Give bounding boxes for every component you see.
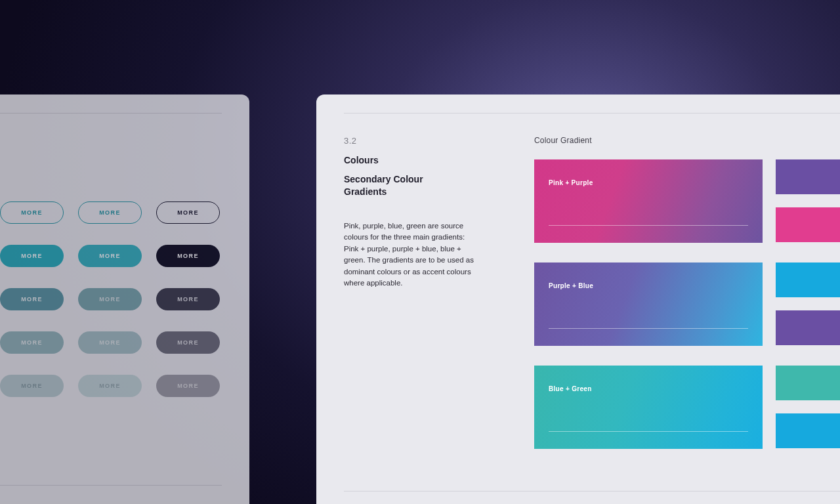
style-guide-page-left: MORE MORE MORE MORE MORE MORE MORE MORE … (0, 94, 249, 504)
more-button[interactable]: MORE (78, 331, 142, 354)
more-button[interactable]: MORE (78, 375, 142, 397)
swatch-divider (549, 431, 748, 432)
style-guide-page-right: 3.2 Colours Secondary Colour Gradients P… (316, 94, 840, 504)
more-button[interactable]: MORE (156, 201, 220, 224)
colour-chip-blue (776, 413, 840, 448)
gradient-name: Blue + Green (549, 385, 748, 392)
colour-chip-purple (776, 159, 840, 194)
gradient-name: Purple + Blue (549, 282, 748, 289)
gradient-name: Pink + Purple (549, 179, 748, 186)
more-button[interactable]: MORE (78, 201, 142, 224)
swatch-divider (549, 225, 748, 226)
more-button[interactable]: MORE (78, 288, 142, 310)
colour-chip-blue (776, 262, 840, 297)
gradient-swatch-blue-green: Blue + Green (534, 366, 763, 449)
page-meta: 3.2 Colours Secondary Colour Gradients P… (344, 136, 534, 469)
divider (0, 113, 222, 114)
page-title: Secondary Colour Gradients (344, 173, 462, 198)
more-button[interactable]: MORE (156, 245, 220, 267)
more-button[interactable]: MORE (0, 288, 64, 310)
more-button[interactable]: MORE (156, 375, 220, 397)
section-label: Colours (344, 155, 514, 165)
gradient-row: Purple + Blue (534, 262, 840, 346)
gradient-swatch-pink-purple: Pink + Purple (534, 159, 763, 243)
more-button[interactable]: MORE (156, 331, 220, 354)
gradient-gallery: Colour Gradient Pink + Purple Purple + B… (534, 136, 840, 469)
gradient-swatch-purple-blue: Purple + Blue (534, 262, 763, 346)
gallery-heading: Colour Gradient (534, 136, 840, 145)
section-number: 3.2 (344, 136, 514, 146)
more-button[interactable]: MORE (0, 375, 64, 397)
divider (0, 485, 222, 486)
more-button[interactable]: MORE (0, 201, 64, 224)
gradient-row: Pink + Purple (534, 159, 840, 243)
divider (344, 491, 840, 492)
more-button[interactable]: MORE (78, 245, 142, 267)
swatch-divider (549, 328, 748, 329)
more-button[interactable]: MORE (0, 245, 64, 267)
colour-chip-pink (776, 207, 840, 242)
page-description: Pink, purple, blue, green are source col… (344, 220, 480, 289)
colour-chip-purple (776, 310, 840, 345)
colour-chip-green (776, 366, 840, 400)
more-button[interactable]: MORE (156, 288, 220, 310)
button-variant-grid: MORE MORE MORE MORE MORE MORE MORE MORE … (0, 201, 222, 397)
divider (344, 113, 840, 114)
more-button[interactable]: MORE (0, 331, 64, 354)
gradient-row: Blue + Green (534, 366, 840, 449)
